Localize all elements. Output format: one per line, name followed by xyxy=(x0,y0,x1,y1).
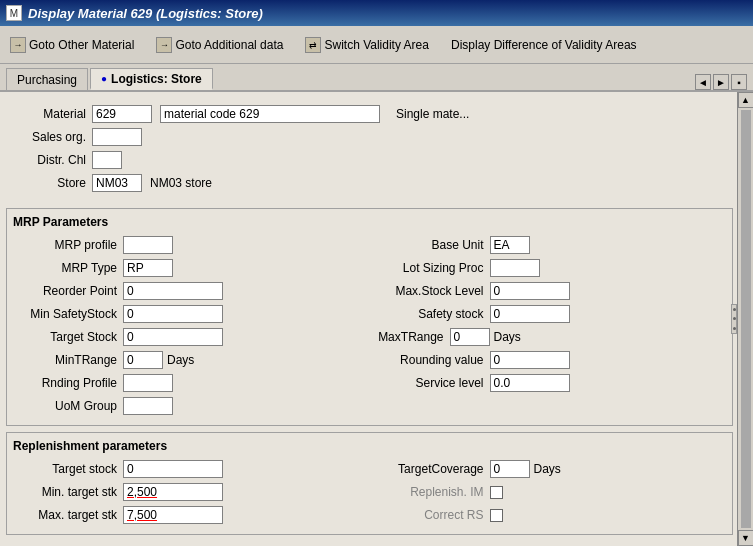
safety-stock-label: Safety stock xyxy=(370,307,490,321)
target-coverage-input[interactable] xyxy=(490,460,530,478)
reorder-point-row: Reorder Point xyxy=(13,281,370,301)
distr-chl-input[interactable] xyxy=(92,151,122,169)
safety-stock-row: Safety stock xyxy=(370,304,727,324)
min-trange-label: MinTRange xyxy=(13,353,123,367)
min-trange-input[interactable] xyxy=(123,351,163,369)
toolbar: → Goto Other Material → Goto Additional … xyxy=(0,26,753,64)
correct-rs-label: Correct RS xyxy=(370,508,490,522)
lot-sizing-input[interactable] xyxy=(490,259,540,277)
uom-group-input[interactable] xyxy=(123,397,173,415)
rnding-profile-row: Rnding Profile xyxy=(13,373,370,393)
mrp-type-row: MRP Type xyxy=(13,258,370,278)
correct-rs-checkbox[interactable] xyxy=(490,509,503,522)
store-input[interactable] xyxy=(92,174,142,192)
goto-additional-data-button[interactable]: → Goto Additional data xyxy=(152,35,287,55)
target-stock-input[interactable] xyxy=(123,328,223,346)
max-target-stk-input[interactable] xyxy=(123,506,223,524)
app-icon: M xyxy=(6,5,22,21)
min-trange-row: MinTRange Days xyxy=(13,350,370,370)
distr-chl-row: Distr. Chl xyxy=(12,150,727,170)
service-level-row: Service level xyxy=(370,373,727,393)
uom-group-label: UoM Group xyxy=(13,399,123,413)
correct-rs-row: Correct RS xyxy=(370,505,727,525)
min-target-stk-row: Min. target stk xyxy=(13,482,370,502)
service-level-label: Service level xyxy=(370,376,490,390)
max-target-stk-row: Max. target stk xyxy=(13,505,370,525)
min-safety-stock-row: Min SafetyStock xyxy=(13,304,370,324)
replenishment-form-grid: Target stock Min. target stk Max. target… xyxy=(13,459,726,528)
scrollbar: ▲ ▼ xyxy=(737,92,753,546)
title-bar: M Display Material 629 (Logistics: Store… xyxy=(0,0,753,26)
tab-logistics-store[interactable]: ● Logistics: Store xyxy=(90,68,213,90)
replenish-im-row: Replenish. IM xyxy=(370,482,727,502)
mrp-section: MRP Parameters MRP profile MRP Type Reor… xyxy=(6,208,733,426)
resize-gripper[interactable] xyxy=(731,304,737,334)
sales-org-label: Sales org. xyxy=(12,130,92,144)
switch-validity-area-label: Switch Validity Area xyxy=(324,38,429,52)
max-trange-input[interactable] xyxy=(450,328,490,346)
rounding-value-row: Rounding value xyxy=(370,350,727,370)
target-stock-rep-label: Target stock xyxy=(13,462,123,476)
reorder-point-input[interactable] xyxy=(123,282,223,300)
rnding-profile-label: Rnding Profile xyxy=(13,376,123,390)
mrp-form-grid: MRP profile MRP Type Reorder Point Min S… xyxy=(13,235,726,419)
target-stock-rep-input[interactable] xyxy=(123,460,223,478)
replenishment-section-title: Replenishment parameters xyxy=(13,439,726,453)
max-trange-suffix: Days xyxy=(494,330,521,344)
target-coverage-row: TargetCoverage Days xyxy=(370,459,727,479)
min-target-stk-input[interactable] xyxy=(123,483,223,501)
rounding-value-input[interactable] xyxy=(490,351,570,369)
safety-stock-input[interactable] xyxy=(490,305,570,323)
target-stock-row: Target Stock xyxy=(13,327,370,347)
goto-other-material-label: Goto Other Material xyxy=(29,38,134,52)
sales-org-input[interactable] xyxy=(92,128,142,146)
mrp-right-col: Base Unit Lot Sizing Proc Max.Stock Leve… xyxy=(370,235,727,419)
material-row: Material Single mate... xyxy=(12,104,727,124)
goto-other-material-icon: → xyxy=(10,37,26,53)
max-stock-level-row: Max.Stock Level xyxy=(370,281,727,301)
display-difference-button[interactable]: Display Difference of Validity Areas xyxy=(447,36,641,54)
scroll-down-button[interactable]: ▼ xyxy=(738,530,754,546)
min-safety-stock-label: Min SafetyStock xyxy=(13,307,123,321)
base-unit-input[interactable] xyxy=(490,236,530,254)
tab-prev-button[interactable]: ◄ xyxy=(695,74,711,90)
lot-sizing-label: Lot Sizing Proc xyxy=(370,261,490,275)
tab-logistics-store-label: Logistics: Store xyxy=(111,72,202,86)
switch-validity-area-button[interactable]: ⇄ Switch Validity Area xyxy=(301,35,433,55)
switch-validity-area-icon: ⇄ xyxy=(305,37,321,53)
main-content: Material Single mate... Sales org. Distr… xyxy=(0,92,753,546)
min-safety-stock-input[interactable] xyxy=(123,305,223,323)
replenish-im-checkbox[interactable] xyxy=(490,486,503,499)
mrp-profile-row: MRP profile xyxy=(13,235,370,255)
base-unit-row: Base Unit xyxy=(370,235,727,255)
base-unit-label: Base Unit xyxy=(370,238,490,252)
tab-list-button[interactable]: ▪ xyxy=(731,74,747,90)
material-extra: Single mate... xyxy=(388,107,469,121)
target-coverage-suffix: Days xyxy=(534,462,561,476)
window-title: Display Material 629 (Logistics: Store) xyxy=(28,6,263,21)
min-trange-suffix: Days xyxy=(167,353,194,367)
mrp-left-col: MRP profile MRP Type Reorder Point Min S… xyxy=(13,235,370,419)
store-row: Store NM03 store xyxy=(12,173,727,193)
tab-next-button[interactable]: ► xyxy=(713,74,729,90)
tab-purchasing-label: Purchasing xyxy=(17,73,77,87)
replenishment-section: Replenishment parameters Target stock Mi… xyxy=(6,432,733,535)
mrp-profile-input[interactable] xyxy=(123,236,173,254)
target-coverage-label: TargetCoverage xyxy=(370,462,490,476)
goto-other-material-button[interactable]: → Goto Other Material xyxy=(6,35,138,55)
target-stock-label: Target Stock xyxy=(13,330,123,344)
service-level-input[interactable] xyxy=(490,374,570,392)
mrp-section-title: MRP Parameters xyxy=(13,215,726,229)
material-desc-input[interactable] xyxy=(160,105,380,123)
tab-purchasing[interactable]: Purchasing xyxy=(6,68,88,90)
scroll-up-button[interactable]: ▲ xyxy=(738,92,754,108)
max-stock-level-input[interactable] xyxy=(490,282,570,300)
mrp-type-input[interactable] xyxy=(123,259,173,277)
mrp-type-label: MRP Type xyxy=(13,261,123,275)
top-fields: Material Single mate... Sales org. Distr… xyxy=(6,98,733,202)
uom-group-row: UoM Group xyxy=(13,396,370,416)
mrp-profile-label: MRP profile xyxy=(13,238,123,252)
lot-sizing-row: Lot Sizing Proc xyxy=(370,258,727,278)
rnding-profile-input[interactable] xyxy=(123,374,173,392)
material-input[interactable] xyxy=(92,105,152,123)
